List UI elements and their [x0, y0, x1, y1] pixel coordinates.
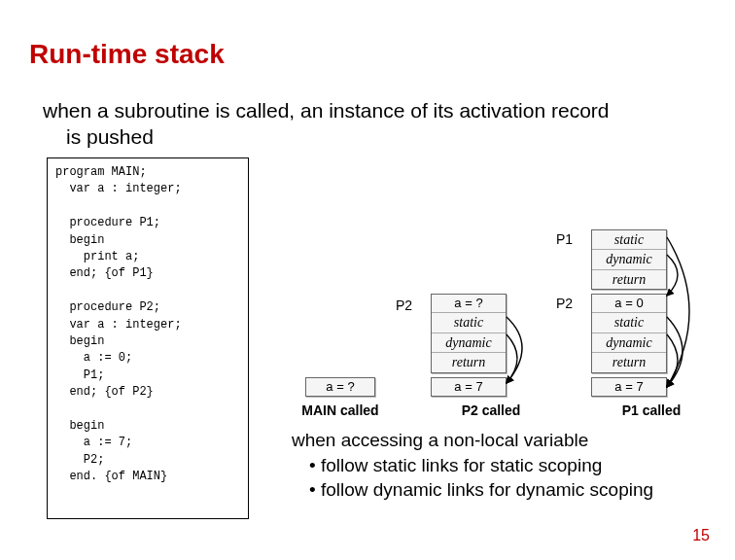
slide-title: Run-time stack: [29, 39, 225, 70]
cell-return: return: [432, 353, 506, 372]
label-p2: P2: [396, 298, 412, 313]
intro-line2: is pushed: [43, 123, 684, 150]
caption-p1: P1 called: [583, 402, 719, 418]
stack-main-called: a = ? MAIN called: [282, 377, 399, 418]
slide-number: 15: [692, 527, 710, 544]
cell-p2b-return: return: [592, 353, 666, 372]
frame-p2b: a = 0 static dynamic return: [591, 294, 667, 373]
notes-block: when accessing a non-local variable • fo…: [292, 428, 700, 503]
notes-line1: when accessing a non-local variable: [292, 428, 700, 453]
notes-bullet2: • follow dynamic links for dynamic scopi…: [292, 477, 700, 503]
cell-dynamic: dynamic: [432, 333, 506, 354]
frame-main-2: a = 7: [431, 377, 507, 397]
notes-bullet1: • follow static links for static scoping: [292, 453, 700, 478]
cell-a0: a = 0: [592, 295, 666, 313]
cell-a7: a = 7: [432, 378, 506, 396]
intro-text: when a subroutine is called, an instance…: [43, 97, 684, 151]
cell-p1-dynamic: dynamic: [592, 250, 666, 270]
cell-static: static: [432, 313, 506, 333]
intro-line1: when a subroutine is called, an instance…: [43, 97, 684, 123]
cell-a7b: a = 7: [592, 378, 666, 396]
stack-p2-called: P2 a = ? static dynamic return a = 7 P2 …: [423, 294, 559, 418]
caption-main: MAIN called: [282, 402, 399, 418]
code-listing: program MAIN; var a : integer; procedure…: [47, 158, 249, 519]
caption-p2: P2 called: [423, 402, 559, 418]
cell-a-unknown: a = ?: [306, 378, 374, 396]
stack-p1-called: P1 P2 static dynamic return a = 0 static…: [583, 229, 719, 419]
frame-p1: static dynamic return: [591, 229, 667, 291]
cell-p2b-static: static: [592, 313, 666, 333]
label-p2b: P2: [556, 296, 573, 311]
frame-main-3: a = 7: [591, 377, 667, 397]
frame-p2: a = ? static dynamic return: [431, 294, 507, 373]
cell-p2b-dynamic: dynamic: [592, 333, 666, 354]
cell-a-q: a = ?: [432, 295, 506, 313]
frame-main-1: a = ?: [305, 377, 375, 397]
label-p1: P1: [556, 231, 573, 247]
stack-diagrams: a = ? MAIN called P2 a = ? static dynami…: [272, 165, 719, 418]
cell-p1-static: static: [592, 230, 666, 251]
cell-p1-return: return: [592, 270, 666, 290]
